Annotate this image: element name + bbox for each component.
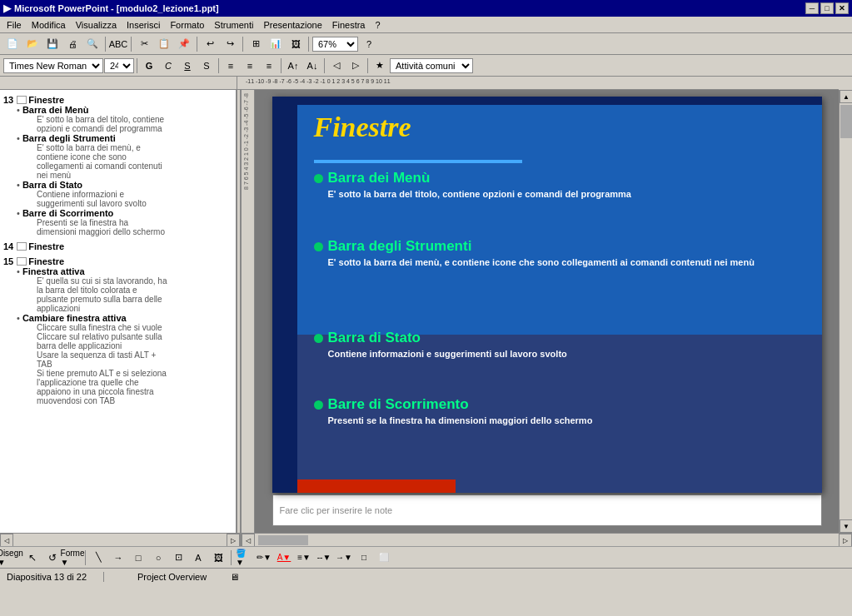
outline-scroll-right[interactable]: ▷ xyxy=(227,534,240,546)
align-center-button[interactable]: ≡ xyxy=(241,57,259,74)
outline-title-14[interactable]: Finestre xyxy=(28,241,64,251)
wordart-tool[interactable]: A xyxy=(189,549,207,566)
outline-scroll-left[interactable]: ◁ xyxy=(0,534,13,546)
notes-area[interactable]: Fare clic per inserire le note xyxy=(272,494,822,527)
menu-inserisci[interactable]: Inserisci xyxy=(122,18,165,32)
slide-canvas[interactable]: Finestre Barra dei Menù E' sotto la barr… xyxy=(272,97,822,493)
print-button[interactable]: 🖨 xyxy=(63,36,82,52)
vscroll-thumb[interactable] xyxy=(840,105,852,138)
align-left-button[interactable]: ≡ xyxy=(222,57,240,74)
menu-finestra[interactable]: Finestra xyxy=(327,18,371,32)
hscroll-thumb[interactable] xyxy=(258,535,308,545)
outline-bullet-13-4: • Barre di Scorrimento Presenti se la fi… xyxy=(17,208,232,236)
3d-style-button[interactable]: ⬜ xyxy=(375,549,393,566)
outline-content[interactable]: 13 Finestre • Barra dei Menù E' sotto la… xyxy=(0,90,237,533)
app-minimize-button[interactable]: ─ xyxy=(805,2,819,14)
decrease-font-button[interactable]: A↓ xyxy=(303,57,321,74)
menu-help[interactable]: ? xyxy=(371,18,386,32)
hscroll-left[interactable]: ◁ xyxy=(242,534,255,546)
open-button[interactable]: 📂 xyxy=(23,36,42,52)
undo-button[interactable]: ↩ xyxy=(201,36,219,52)
font-size-select[interactable]: 24 12 18 36 xyxy=(104,58,134,73)
textbox-tool[interactable]: ⊡ xyxy=(169,549,187,566)
underline-button[interactable]: S xyxy=(178,57,197,74)
outline-item-14: 14 Finestre xyxy=(3,241,232,251)
dash-style-button[interactable]: --▼ xyxy=(315,549,333,566)
slide-title-underline xyxy=(314,160,522,163)
app-maximize-button[interactable]: □ xyxy=(820,2,834,14)
shadow-button[interactable]: S xyxy=(197,57,216,74)
clipart-tool[interactable]: 🖼 xyxy=(209,549,227,566)
slide-bullet-title-4[interactable]: Barre di Scorrimento xyxy=(328,396,469,413)
free-rotate-button[interactable]: ↺ xyxy=(43,549,62,566)
menu-strumenti[interactable]: Strumenti xyxy=(209,18,258,32)
italic-button[interactable]: C xyxy=(159,57,177,74)
help-button[interactable]: ? xyxy=(360,36,378,52)
paste-button[interactable]: 📌 xyxy=(175,36,193,52)
redo-button[interactable]: ↪ xyxy=(221,36,239,52)
insert-table-button[interactable]: ⊞ xyxy=(247,36,265,52)
outline-scroll-track xyxy=(13,534,227,546)
menu-modifica[interactable]: Modifica xyxy=(27,18,71,32)
shadow-style-button[interactable]: □ xyxy=(355,549,373,566)
align-right-button[interactable]: ≡ xyxy=(260,57,278,74)
font-family-select[interactable]: Times New Roman Arial xyxy=(3,58,103,73)
outline-bullet-title-2[interactable]: Barra degli Strumenti xyxy=(22,133,116,143)
outline-bullet-title[interactable]: Barra dei Menù xyxy=(22,105,88,115)
star-button[interactable]: ★ xyxy=(371,57,389,74)
select-tool-button[interactable]: ↖ xyxy=(23,549,42,566)
attivita-select[interactable]: Attività comuni xyxy=(390,58,473,73)
outline-bullet-title-3[interactable]: Barra di Stato xyxy=(22,180,82,190)
bold-button[interactable]: G xyxy=(140,57,158,74)
app-close-button[interactable]: ✕ xyxy=(835,2,849,14)
save-button[interactable]: 💾 xyxy=(43,36,62,52)
shapes-menu-button[interactable]: Forme ▼ xyxy=(63,549,82,566)
menu-file[interactable]: File xyxy=(2,18,27,32)
increase-font-button[interactable]: A↑ xyxy=(284,57,302,74)
outline-bullet-cambiare[interactable]: Cambiare finestra attiva xyxy=(22,313,127,323)
zoom-select[interactable]: 67% 50% 75% 100% xyxy=(312,37,358,52)
spell-check-button[interactable]: ABC xyxy=(109,36,127,52)
vscroll-up[interactable]: ▲ xyxy=(840,90,852,103)
promote-button[interactable]: ◁ xyxy=(327,57,346,74)
slide-display-area[interactable]: Finestre Barra dei Menù E' sotto la barr… xyxy=(255,90,839,533)
slide-title[interactable]: Finestre xyxy=(314,112,411,143)
arrow-tool[interactable]: → xyxy=(109,549,127,566)
menu-formato[interactable]: Formato xyxy=(165,18,209,32)
line-color-button[interactable]: ✏▼ xyxy=(255,549,273,566)
vscroll-down[interactable]: ▼ xyxy=(840,519,852,533)
outline-bullet-finestra-attiva[interactable]: Finestra attiva xyxy=(22,266,85,276)
menu-visualizza[interactable]: Visualizza xyxy=(71,18,122,32)
separator-4 xyxy=(242,37,243,52)
separator-fmt-5 xyxy=(367,58,368,73)
menu-presentazione[interactable]: Presentazione xyxy=(258,18,326,32)
ruler-scroll-corner xyxy=(839,77,852,90)
bullet-dot-3 xyxy=(314,334,323,343)
slide-bullet-title-3[interactable]: Barra di Stato xyxy=(328,330,421,346)
preview-button[interactable]: 🔍 xyxy=(83,36,102,52)
slide-top-bar xyxy=(272,97,822,105)
draw-menu-button[interactable]: Disegno ▼ xyxy=(3,549,22,566)
slide-bullet-title-1[interactable]: Barra dei Menù xyxy=(328,170,431,186)
outline-title-13[interactable]: Finestre xyxy=(28,95,64,105)
copy-button[interactable]: 📋 xyxy=(155,36,173,52)
fill-color-button[interactable]: 🪣▼ xyxy=(235,549,253,566)
slide-bullet-title-2[interactable]: Barra degli Strumenti xyxy=(328,238,472,255)
rect-tool[interactable]: □ xyxy=(129,549,147,566)
insert-chart-button[interactable]: 📊 xyxy=(267,36,285,52)
font-color-button[interactable]: A▼ xyxy=(275,549,293,566)
slide-bullet-2: Barra degli Strumenti E' sotto la barra … xyxy=(314,238,815,269)
new-button[interactable]: 📄 xyxy=(3,36,22,52)
line-style-button[interactable]: ≡▼ xyxy=(295,549,313,566)
separator-1 xyxy=(105,37,106,52)
cut-button[interactable]: ✂ xyxy=(135,36,153,52)
demote-button[interactable]: ▷ xyxy=(346,57,365,74)
outline-title-15[interactable]: Finestre xyxy=(28,256,64,266)
hscroll-right[interactable]: ▷ xyxy=(839,534,852,546)
arrow-style-button[interactable]: →▼ xyxy=(335,549,353,566)
outline-bullet-body-2: E' sotto la barra dei menù, econtiene ic… xyxy=(37,143,232,180)
insert-clip-button[interactable]: 🖼 xyxy=(286,36,305,52)
line-tool[interactable]: ╲ xyxy=(89,549,107,566)
outline-bullet-title-4[interactable]: Barre di Scorrimento xyxy=(22,208,113,218)
oval-tool[interactable]: ○ xyxy=(149,549,167,566)
